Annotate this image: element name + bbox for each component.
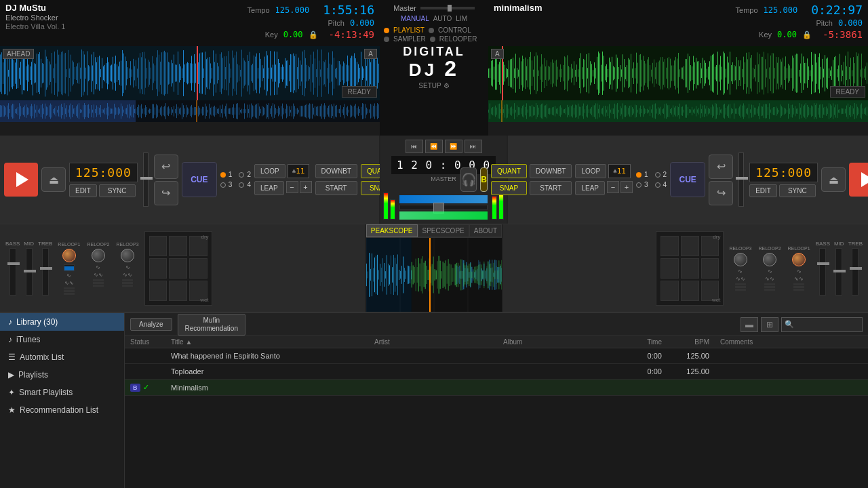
deck-right-eject-button[interactable]: ⏏ (821, 167, 846, 192)
deck-left-downbt-button[interactable]: DOWNBT (315, 164, 357, 178)
deck-right-loop-plus[interactable]: + (620, 181, 633, 193)
deck-right-tempo-value: 125.000 (764, 5, 798, 15)
deck-right-b-button[interactable]: B (480, 167, 488, 192)
scope-canvas (366, 238, 502, 312)
deck-right-sync-button[interactable]: SYNC (779, 184, 816, 197)
deck-left-redo-button[interactable]: ↪ (154, 181, 178, 205)
master-label: Master (393, 4, 416, 12)
deck-right-headphone-button[interactable]: 🎧 (460, 167, 477, 192)
deck-left-controls: ⏏ 125:000 EDIT SYNC ↩ ↪ CUE (0, 136, 380, 224)
master-mode-lim[interactable]: LIM (456, 15, 467, 22)
deck-left-loop-plus[interactable]: + (300, 181, 312, 193)
deck-right-a-badge: A (491, 49, 504, 59)
eq-left-mid-label: MID (24, 241, 34, 247)
deck-right-start-button[interactable]: START (530, 181, 572, 195)
prev-prev-button[interactable]: ⏮ (406, 140, 423, 153)
deck-left-key-label: Key (265, 30, 278, 39)
deck-left-eject-button[interactable]: ⏏ (41, 167, 66, 192)
view-grid-button[interactable]: ⊞ (761, 317, 778, 332)
col-album-header[interactable]: Album (498, 338, 627, 346)
deck-left-loop-button[interactable]: LOOP (254, 164, 285, 178)
center-master-controls: ⏮ ⏪ ⏩ ⏭ 1 2 0 : 0 0 0 MASTER (380, 136, 507, 224)
eq-right-treb-label: TREB (848, 241, 863, 247)
sidebar-item-playlists[interactable]: ▶ Playlists (0, 366, 124, 384)
deck-right-tempo-label: Tempo (736, 6, 758, 14)
deck-right-pitch-value: 0.000 (838, 18, 863, 28)
deck-right-cue-button[interactable]: CUE (670, 162, 705, 197)
deck-right-snap-button[interactable]: SNAP (491, 181, 527, 195)
about-tab[interactable]: ABOUT (469, 224, 502, 237)
sidebar-item-smart-playlists[interactable]: ✦ Smart Playlists (0, 384, 124, 401)
deck-right-loop-button[interactable]: LOOP (575, 164, 606, 178)
table-row[interactable]: Toploader 0:00 125.00 (125, 364, 868, 380)
sidebar-item-library[interactable]: ♪ Library (30) (0, 313, 124, 331)
specscope-tab[interactable]: SPECSCOPE (418, 224, 469, 237)
master-source-sampler[interactable]: SAMPLER (393, 35, 426, 43)
smart-playlist-icon: ✦ (8, 388, 15, 397)
col-comments-header[interactable]: Comments (715, 338, 810, 346)
deck-left-start-button[interactable]: START (315, 181, 357, 195)
deck-right-leap-button[interactable]: LEAP (575, 181, 605, 195)
master-source-relooper[interactable]: RELOOPER (439, 35, 477, 43)
deck-left-tempo-value: 125.000 (275, 5, 310, 15)
deck-left-leap-button[interactable]: LEAP (254, 181, 284, 195)
master-mode-manual[interactable]: MANUAL (401, 15, 429, 22)
master-source-playlist[interactable]: PLAYLIST (393, 26, 425, 34)
table-header: Status Title ▲ Artist Album Time BPM Com… (125, 336, 868, 348)
deck-right-tempo-display: 125:000 (749, 163, 818, 182)
deck-left-a-badge: A (364, 49, 377, 59)
deck-left-time-remaining: -4:13:49 (329, 29, 374, 40)
deck-left-tempo-display: 125:000 (69, 163, 138, 182)
col-title-header[interactable]: Title ▲ (165, 338, 369, 346)
col-time-header[interactable]: Time (627, 338, 667, 346)
deck-right-play-button[interactable] (849, 163, 868, 197)
deck-right-hotcue-3: 3 (644, 181, 648, 188)
col-artist-header[interactable]: Artist (369, 338, 498, 346)
deck-left-cue-button[interactable]: CUE (182, 162, 217, 197)
prev-button[interactable]: ⏪ (425, 140, 443, 153)
mufin-button[interactable]: Mufin Recommendation (178, 314, 245, 336)
peakscope-tab[interactable]: PEAKSCOPE (366, 224, 418, 237)
sidebar: ♪ Library (30) ♪ iTunes ☰ Automix List ▶… (0, 313, 125, 488)
deck-left-sync-button[interactable]: SYNC (99, 184, 136, 197)
sidebar-item-itunes[interactable]: ♪ iTunes (0, 331, 124, 348)
sidebar-item-recommendation[interactable]: ★ Recommendation List (0, 401, 124, 419)
search-box[interactable]: 🔍 (781, 317, 863, 332)
digital-dj-logo: DIGITAL DJ 2 (403, 45, 465, 79)
sidebar-item-automix[interactable]: ☰ Automix List (0, 348, 124, 366)
deck-right-track-name: minimalism (494, 3, 542, 13)
setup-button[interactable]: SETUP ⚙ (418, 82, 449, 89)
next-button[interactable]: ⏩ (445, 140, 462, 153)
deck-left-edit-button[interactable]: EDIT (69, 184, 97, 197)
next-next-button[interactable]: ⏭ (465, 140, 482, 153)
track-title-2: Toploader (165, 367, 369, 375)
deck-right-loop-minus[interactable]: − (607, 181, 619, 193)
master-source-control[interactable]: CONTROL (438, 26, 471, 34)
table-body: What happened in Espirito Santo 0:00 125… (125, 348, 868, 488)
deck-left-hotcue-4: 4 (247, 181, 251, 188)
master-section: Master MANUAL AUTO LIM PLAYLIST CONTROL (380, 0, 488, 136)
deck-right-undo-button[interactable]: ↩ (709, 155, 733, 179)
table-row-active[interactable]: B ✓ Minimalism (125, 380, 868, 396)
analyze-button[interactable]: Analyze (130, 318, 172, 331)
gear-icon: ⚙ (443, 82, 450, 89)
mufin-line1: Mufin (203, 317, 220, 324)
sidebar-recommendation-label: Recommendation List (20, 405, 98, 415)
col-bpm-header[interactable]: BPM (667, 338, 715, 346)
deck-left-loop-minus[interactable]: − (286, 181, 298, 193)
eq-right-reloop1-label: RELOOP1 (788, 246, 810, 251)
playlist-icon: ▶ (8, 370, 14, 380)
deck-left-time-elapsed: 1:55:16 (323, 3, 374, 17)
deck-left-play-button[interactable] (4, 163, 38, 197)
eq-right: BASS MID TREB (502, 224, 868, 312)
deck-right-downbt-button[interactable]: DOWNBT (530, 164, 572, 178)
track-title-1: What happened in Espirito Santo (165, 352, 369, 360)
table-row[interactable]: What happened in Espirito Santo 0:00 125… (125, 348, 868, 364)
view-list-button[interactable]: ▬ (741, 317, 758, 332)
deck-right-redo-button[interactable]: ↪ (709, 181, 733, 205)
deck-left-undo-button[interactable]: ↩ (154, 155, 178, 179)
master-mode-auto[interactable]: AUTO (433, 15, 452, 22)
eq-left-reloop3-label: RELOOP3 (117, 242, 139, 247)
deck-right-edit-button[interactable]: EDIT (749, 184, 777, 197)
deck-right-quant-button[interactable]: QUANT (491, 164, 527, 178)
